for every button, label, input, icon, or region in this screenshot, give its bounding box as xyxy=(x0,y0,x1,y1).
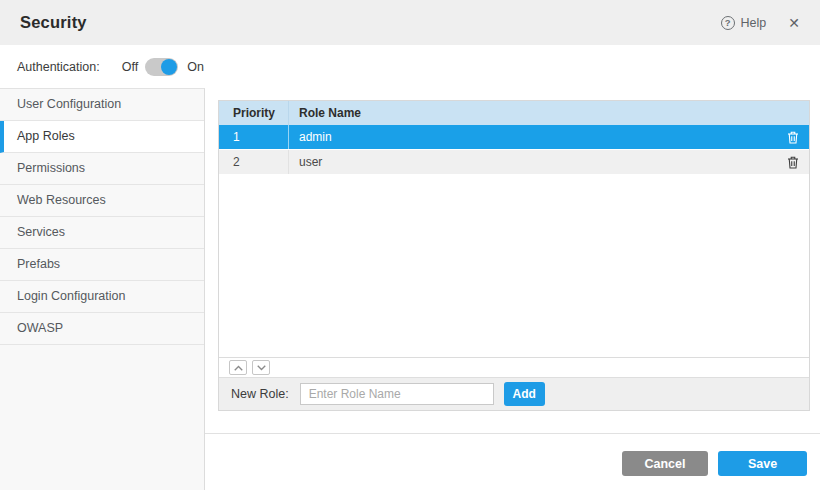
column-header-role-name: Role Name xyxy=(289,106,777,120)
save-button[interactable]: Save xyxy=(718,451,807,476)
cell-role-name: user xyxy=(289,155,777,169)
column-header-priority: Priority xyxy=(219,101,289,125)
table-empty-area xyxy=(219,175,809,357)
delete-role-button[interactable] xyxy=(777,156,809,169)
help-icon: ? xyxy=(721,16,735,30)
page-title: Security xyxy=(20,13,87,32)
sidebar-item-login-configuration[interactable]: Login Configuration xyxy=(0,281,204,313)
move-down-button[interactable] xyxy=(252,360,270,375)
help-button[interactable]: ? Help xyxy=(721,16,767,30)
sidebar-item-prefabs[interactable]: Prefabs xyxy=(0,249,204,281)
toggle-thumb xyxy=(161,59,177,75)
content-area: Priority Role Name 1 admin 2 user xyxy=(205,88,820,490)
reorder-toolbar xyxy=(219,357,809,377)
roles-table-header: Priority Role Name xyxy=(219,101,809,125)
footer-divider xyxy=(205,433,820,434)
sidebar-item-web-resources[interactable]: Web Resources xyxy=(0,185,204,217)
sidebar-item-user-configuration[interactable]: User Configuration xyxy=(0,89,204,121)
sidebar-item-permissions[interactable]: Permissions xyxy=(0,153,204,185)
help-label: Help xyxy=(741,16,767,30)
roles-panel: Priority Role Name 1 admin 2 user xyxy=(218,100,810,411)
sidebar-item-services[interactable]: Services xyxy=(0,217,204,249)
move-up-button[interactable] xyxy=(229,360,247,375)
footer-actions: Cancel Save xyxy=(622,451,807,476)
table-row-user[interactable]: 2 user xyxy=(219,150,809,175)
sidebar-item-owasp[interactable]: OWASP xyxy=(0,313,204,345)
cancel-button[interactable]: Cancel xyxy=(622,451,708,476)
close-icon[interactable]: ✕ xyxy=(788,16,800,30)
chevron-up-icon xyxy=(234,365,243,371)
toggle-on-label: On xyxy=(187,60,204,74)
titlebar: Security ? Help ✕ xyxy=(0,0,820,45)
toggle-off-label: Off xyxy=(122,60,138,74)
cell-priority: 1 xyxy=(219,125,289,149)
add-role-button[interactable]: Add xyxy=(504,382,545,406)
new-role-bar: New Role: Add xyxy=(219,377,809,410)
table-row-admin[interactable]: 1 admin xyxy=(219,125,809,150)
new-role-label: New Role: xyxy=(231,387,289,401)
new-role-input[interactable] xyxy=(300,383,494,405)
body: User Configuration App Roles Permissions… xyxy=(0,88,820,490)
sidebar: User Configuration App Roles Permissions… xyxy=(0,88,205,490)
authentication-toggle[interactable] xyxy=(145,58,178,76)
sidebar-item-app-roles[interactable]: App Roles xyxy=(0,121,204,153)
chevron-down-icon xyxy=(257,365,266,371)
cell-role-name: admin xyxy=(289,130,777,144)
trash-icon xyxy=(787,131,799,144)
authentication-row: Authentication: Off On xyxy=(0,45,820,88)
cell-priority: 2 xyxy=(219,150,289,174)
delete-role-button[interactable] xyxy=(777,131,809,144)
trash-icon xyxy=(787,156,799,169)
authentication-label: Authentication: xyxy=(17,60,100,74)
